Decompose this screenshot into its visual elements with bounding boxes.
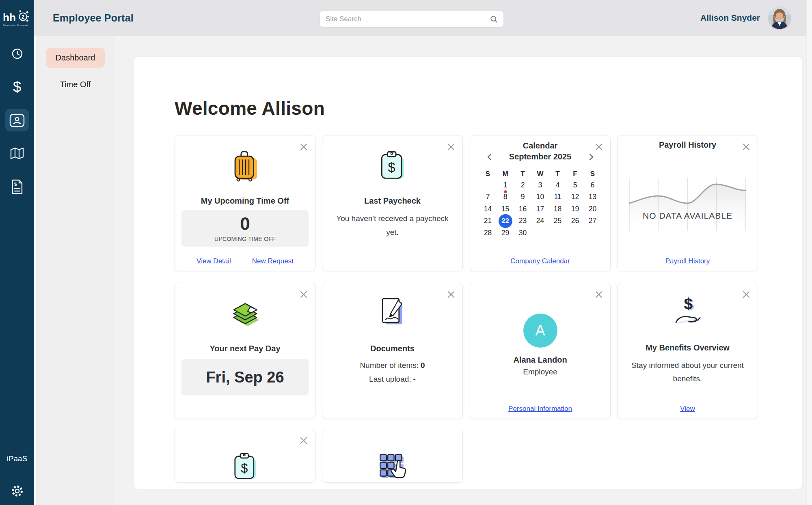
calendar-day[interactable]: 4 — [549, 179, 566, 191]
paycheck-clipboard-icon: $ — [322, 151, 462, 180]
card-payroll-history: Payroll History NO DATA AVAILABLE Payrol… — [617, 135, 758, 271]
next-pay-day-date: Fri, Sep 26 — [181, 359, 309, 395]
hh2-logo[interactable]: hh 2 Construction Connected — [0, 0, 34, 36]
pay-stub-icon[interactable]: $ — [0, 179, 34, 195]
time-clock-icon[interactable] — [0, 48, 34, 59]
scrollbar[interactable] — [806, 0, 812, 505]
welcome-heading: Welcome Allison — [175, 97, 325, 119]
close-button[interactable] — [594, 290, 604, 299]
calendar-day[interactable]: 27 — [584, 215, 601, 227]
calendar-day[interactable]: 29 — [497, 227, 514, 239]
calendar-day[interactable]: 7 — [479, 191, 497, 203]
map-icon[interactable] — [0, 147, 34, 160]
calendar-selected-day[interactable]: 22 — [499, 214, 512, 228]
calendar-day[interactable]: 16 — [514, 203, 531, 215]
settings-gear-icon[interactable] — [0, 484, 34, 498]
time-off-stat: 0 UPCOMING TIME OFF — [181, 210, 309, 247]
calendar-day[interactable]: 21 — [479, 215, 497, 227]
close-button[interactable] — [299, 290, 309, 299]
calendar-day[interactable]: 15 — [497, 203, 514, 215]
sidebar-item-time-off[interactable]: Time Off — [46, 75, 105, 95]
close-icon — [447, 290, 455, 299]
calendar-day[interactable]: 6 — [584, 179, 601, 191]
calendar-day[interactable]: 28 — [479, 227, 497, 239]
calendar-day[interactable]: 20 — [584, 203, 601, 215]
close-icon — [595, 290, 603, 299]
calendar-day[interactable]: 19 — [566, 203, 584, 215]
last-upload-label: Last upload: — [369, 375, 411, 383]
close-button[interactable] — [299, 436, 309, 445]
svg-text:Construction Connected: Construction Connected — [3, 24, 28, 26]
svg-text:$: $ — [14, 182, 17, 187]
card-partial-keypad — [322, 429, 463, 483]
calendar-day[interactable]: 1 — [497, 179, 514, 191]
money-stack-icon — [175, 303, 315, 329]
calendar-day-empty — [479, 179, 497, 191]
items-label: Number of items: — [360, 361, 419, 370]
payroll-history-link[interactable]: Payroll History — [665, 257, 710, 265]
calendar-day[interactable]: 23 — [514, 215, 531, 227]
sidebar-item-dashboard[interactable]: Dashboard — [46, 48, 105, 68]
benefits-message: Stay informed about your current benefit… — [626, 359, 749, 385]
ipaas-label: iPaaS — [0, 454, 34, 463]
user-menu[interactable]: Allison Snyder — [700, 0, 791, 36]
card-next-pay-day: Your next Pay Day Fri, Sep 26 — [175, 283, 315, 419]
calendar-day[interactable]: 3 — [531, 179, 549, 191]
calendar-event-dot — [504, 190, 507, 193]
card-title: Documents — [322, 344, 462, 353]
calendar-day[interactable]: 12 — [566, 191, 584, 203]
calendar-day[interactable]: 5 — [566, 179, 584, 191]
close-icon — [300, 436, 308, 445]
employee-role: Employee — [470, 367, 610, 376]
calendar-next-icon[interactable] — [587, 153, 595, 161]
calendar-day[interactable]: 14 — [479, 203, 497, 215]
close-button[interactable] — [446, 142, 456, 152]
items-value: 0 — [421, 361, 425, 370]
employee-portal-app: $ $ iPaaS hh 2 Construction Connected Em… — [0, 0, 812, 505]
calendar-day[interactable]: 13 — [584, 191, 601, 203]
svg-text:2: 2 — [22, 14, 24, 20]
personal-information-link[interactable]: Personal Information — [508, 405, 572, 413]
calendar-day[interactable]: 25 — [549, 215, 566, 227]
svg-text:$: $ — [241, 461, 248, 475]
search-icon[interactable] — [490, 15, 498, 23]
card-employee-profile: A Alana Landon Employee Personal Informa… — [470, 283, 611, 419]
benefits-hand-dollar-icon: $ $ — [618, 296, 758, 329]
time-off-count-label: UPCOMING TIME OFF — [214, 236, 276, 242]
calendar-day[interactable]: 10 — [531, 191, 549, 203]
calendar-day[interactable]: 9 — [514, 191, 531, 203]
payroll-dollar-icon[interactable]: $ — [0, 79, 34, 96]
no-data-label: NO DATA AVAILABLE — [618, 211, 758, 221]
calendar-day[interactable]: 18 — [549, 203, 566, 215]
svg-text:$: $ — [388, 160, 395, 175]
new-request-link[interactable]: New Request — [252, 257, 294, 265]
icon-rail: $ $ iPaaS — [0, 0, 34, 505]
suitcase-icon — [175, 150, 315, 182]
card-partial-paycheck: $ — [175, 429, 315, 483]
calendar-day[interactable]: 2 — [514, 179, 531, 191]
card-documents: Documents Number of items:0 Last upload:… — [322, 283, 463, 419]
view-detail-link[interactable]: View Detail — [197, 257, 231, 265]
calendar-grid: SMTWTFS123456789101112131415161718192021… — [479, 167, 601, 239]
calendar-title: Calendar — [470, 140, 610, 151]
card-upcoming-time-off: My Upcoming Time Off 0 UPCOMING TIME OFF… — [175, 135, 315, 271]
search-input[interactable] — [320, 15, 490, 23]
user-avatar[interactable] — [768, 6, 791, 29]
paycheck-clipboard-icon: $ — [175, 453, 315, 480]
calendar-day[interactable]: 11 — [549, 191, 566, 203]
calendar-day[interactable]: 22 — [497, 215, 514, 227]
sidebar-item-label: Dashboard — [56, 53, 95, 62]
payroll-placeholder-chart — [628, 178, 747, 231]
calendar-day[interactable]: 30 — [514, 227, 531, 239]
company-calendar-link[interactable]: Company Calendar — [510, 257, 570, 265]
avatar-initial: A — [523, 314, 557, 348]
benefits-view-link[interactable]: View — [680, 405, 695, 413]
calendar-day[interactable]: 17 — [531, 203, 549, 215]
calendar-day[interactable]: 24 — [531, 215, 549, 227]
calendar-prev-icon[interactable] — [486, 153, 493, 161]
card-calendar: Calendar September 2025 SMTWTFS123456789… — [470, 135, 611, 271]
dashboard-panel — [134, 57, 802, 489]
employee-badge-icon[interactable] — [0, 114, 34, 127]
calendar-day[interactable]: 26 — [566, 215, 584, 227]
calendar-day[interactable]: 8 — [497, 191, 514, 203]
